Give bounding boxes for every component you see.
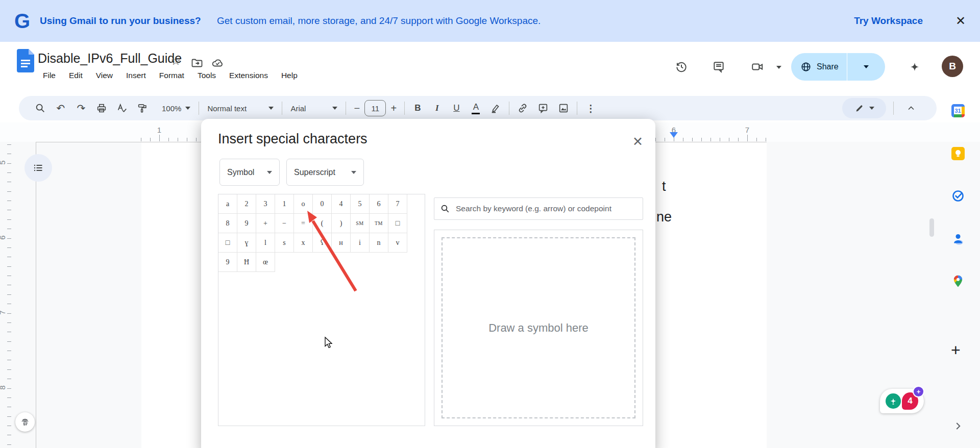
maps-icon[interactable] — [951, 275, 965, 288]
move-folder-icon[interactable] — [191, 57, 203, 69]
character-cell[interactable]: i — [351, 233, 370, 253]
character-cell[interactable]: ) — [332, 214, 351, 233]
gemini-sparkle-icon[interactable] — [903, 56, 926, 78]
more-toolbar-button[interactable]: ⋮ — [580, 98, 601, 118]
hide-menus-chevron[interactable] — [901, 98, 921, 118]
highlight-color-button[interactable] — [485, 98, 506, 118]
subcategory-select[interactable]: Superscript — [286, 159, 364, 186]
zoom-select[interactable]: 100% — [157, 99, 195, 117]
banner-close-icon[interactable]: ✕ — [955, 14, 966, 28]
character-cell[interactable]: 6 — [370, 194, 388, 214]
menu-tools[interactable]: Tools — [198, 71, 216, 80]
character-cell[interactable]: v — [388, 233, 407, 253]
share-button[interactable]: Share — [791, 53, 885, 81]
symbol-search-box[interactable] — [434, 197, 643, 220]
character-cell[interactable]: ʕ — [313, 233, 332, 253]
spellcheck-button[interactable] — [112, 98, 132, 118]
dialog-close-icon[interactable]: ✕ — [632, 134, 643, 149]
draw-symbol-panel[interactable]: Draw a symbol here — [434, 230, 643, 426]
insert-link-button[interactable] — [512, 98, 533, 118]
italic-button[interactable]: I — [427, 103, 447, 113]
character-cell[interactable]: □ — [388, 214, 407, 233]
menu-file[interactable]: File — [43, 71, 56, 80]
star-icon[interactable]: ☆ — [170, 54, 181, 68]
meet-dropdown-caret[interactable] — [776, 66, 781, 69]
increase-font-button[interactable]: + — [386, 98, 401, 118]
character-cell[interactable]: SM — [351, 214, 370, 233]
paragraph-style-select[interactable]: Normal text — [202, 99, 279, 117]
menu-extensions[interactable]: Extensions — [229, 71, 268, 80]
contacts-icon[interactable] — [951, 232, 965, 245]
undo-button[interactable]: ↶ — [51, 98, 71, 118]
menu-insert[interactable]: Insert — [126, 71, 146, 80]
cloud-saved-icon[interactable] — [211, 57, 224, 69]
character-cell[interactable]: s — [275, 233, 294, 253]
side-panel-toggle[interactable] — [952, 420, 964, 432]
menu-edit[interactable]: Edit — [69, 71, 83, 80]
character-cell[interactable]: x — [294, 233, 313, 253]
character-cell[interactable]: 3 — [256, 194, 275, 214]
bold-button[interactable]: B — [408, 103, 427, 113]
character-cell[interactable]: a — [218, 194, 237, 214]
keep-icon[interactable] — [951, 147, 965, 160]
character-cell[interactable]: n — [370, 233, 388, 253]
redo-button[interactable]: ↷ — [71, 98, 91, 118]
character-cell[interactable]: 8 — [218, 214, 237, 233]
draw-symbol-canvas[interactable]: Draw a symbol here — [442, 237, 635, 418]
character-cell[interactable]: □ — [218, 233, 237, 253]
search-input[interactable] — [455, 204, 636, 214]
character-cell[interactable]: o — [294, 194, 313, 214]
get-addons-button[interactable]: + — [951, 341, 961, 360]
character-cell[interactable]: + — [256, 214, 275, 233]
comment-history-button[interactable] — [707, 56, 730, 78]
character-cell[interactable]: 9 — [237, 214, 256, 233]
decrease-font-button[interactable]: − — [349, 98, 364, 118]
try-workspace-link[interactable]: Try Workspace — [854, 15, 923, 27]
menu-format[interactable]: Format — [159, 71, 184, 80]
share-dropdown-caret[interactable] — [864, 65, 869, 68]
add-comment-button[interactable] — [533, 98, 553, 118]
meet-video-button[interactable] — [746, 56, 769, 78]
document-title[interactable]: Disable_IPv6_Full_Guide — [38, 51, 182, 66]
character-cell[interactable]: ʜ — [332, 233, 351, 253]
underline-button[interactable]: U — [447, 103, 466, 113]
search-menus-button[interactable] — [30, 98, 51, 118]
editing-mode-select[interactable] — [842, 98, 886, 118]
character-cell[interactable]: 1 — [275, 194, 294, 214]
tasks-icon[interactable] — [951, 189, 965, 203]
toolbar-divider — [346, 102, 346, 115]
font-select[interactable]: Arial — [285, 99, 342, 117]
paint-format-button[interactable] — [132, 98, 153, 118]
character-cell[interactable]: 0 — [313, 194, 332, 214]
character-cell[interactable]: l — [256, 233, 275, 253]
scrollbar-thumb[interactable] — [929, 218, 934, 237]
character-cell[interactable]: − — [275, 214, 294, 233]
google-docs-window: G Using Gmail to run your business? Get … — [0, 0, 980, 448]
character-cell[interactable]: 5 — [351, 194, 370, 214]
text-color-button[interactable]: A — [466, 102, 485, 115]
print-button[interactable] — [91, 98, 112, 118]
account-avatar[interactable]: B — [942, 56, 963, 77]
version-history-button[interactable] — [670, 56, 693, 78]
h-ruler-label: 1 — [157, 126, 161, 134]
insert-image-button[interactable] — [553, 98, 574, 118]
category-select[interactable]: Symbol — [219, 159, 280, 186]
character-cell[interactable]: Ħ — [237, 253, 256, 272]
calendar-icon[interactable]: 31 — [951, 104, 965, 117]
character-cell[interactable]: = — [294, 214, 313, 233]
document-outline-button[interactable] — [24, 154, 52, 182]
menu-help[interactable]: Help — [281, 71, 298, 80]
indent-marker[interactable] — [670, 132, 678, 138]
docs-file-icon[interactable] — [17, 49, 34, 72]
character-cell[interactable]: 9 — [218, 253, 237, 272]
character-cell[interactable]: ɣ — [237, 233, 256, 253]
accessibility-fingerprint-button[interactable] — [15, 412, 35, 432]
font-size-input[interactable]: 11 — [364, 100, 386, 116]
character-cell[interactable]: 7 — [388, 194, 407, 214]
menu-view[interactable]: View — [96, 71, 113, 80]
character-cell[interactable]: TM — [370, 214, 388, 233]
character-cell[interactable]: ( — [313, 214, 332, 233]
character-cell[interactable]: 4 — [332, 194, 351, 214]
character-cell[interactable]: 2 — [237, 194, 256, 214]
character-cell[interactable]: œ — [256, 253, 275, 272]
